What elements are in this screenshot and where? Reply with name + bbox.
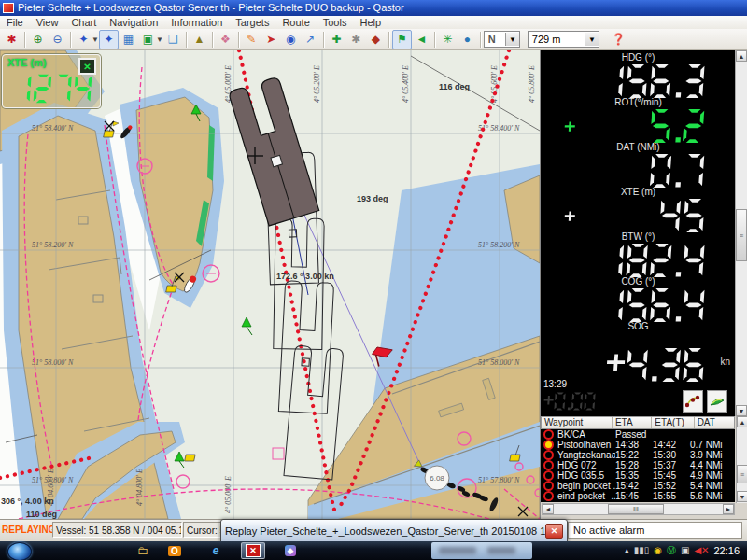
wp-col-eta[interactable]: ETA xyxy=(613,417,652,428)
radar-icon[interactable]: ✳ xyxy=(438,30,458,49)
outlook-taskbar-icon[interactable]: O xyxy=(162,542,187,559)
menu-targets[interactable]: Targets xyxy=(229,17,275,28)
menu-view[interactable]: View xyxy=(30,17,65,28)
draw-route-icon[interactable]: ✎ xyxy=(242,30,261,49)
waypoint-row[interactable]: BK/CA Passed xyxy=(541,429,735,440)
waypoint-etat: 15:30 xyxy=(653,450,690,460)
messenger-icon[interactable]: Ⓜ xyxy=(667,546,676,555)
menu-route[interactable]: Route xyxy=(275,17,316,28)
zoom-in-icon[interactable]: ⊕ xyxy=(28,30,48,49)
waypoint-dat: 5.4 NMi xyxy=(690,481,731,491)
menu-file[interactable]: File xyxy=(0,17,30,28)
wp-col-etat[interactable]: ETA(T) xyxy=(652,417,694,428)
hail-tool-icon[interactable]: ◄ xyxy=(412,30,431,49)
chart-area-icon[interactable]: ▣ xyxy=(138,30,158,49)
waypoint-row[interactable]: eind pocket -... 15:45 15:55 5.6 NMi xyxy=(541,491,735,501)
menu-help[interactable]: Help xyxy=(353,17,388,28)
volume-muted-icon[interactable]: ◀✕ xyxy=(694,546,709,555)
waypoint-row[interactable]: HDG 072 15:28 15:37 4.4 NMi xyxy=(541,460,735,470)
waypoint-hscrollbar[interactable]: ◄ ‖‖ ► xyxy=(542,503,735,515)
add-waypoint-icon[interactable]: ✚ xyxy=(327,30,346,49)
route-monitor-button[interactable] xyxy=(683,390,703,413)
waypoint-row[interactable]: begin pocket ... 15:42 15:52 5.4 NMi xyxy=(541,481,735,491)
route-compass-icon[interactable]: ✱ xyxy=(2,30,21,49)
blurred-taskbar-button[interactable] xyxy=(431,542,532,559)
wp-scroll-up-icon[interactable]: ▲ xyxy=(737,416,747,427)
qastor-application: Pieter Schelte + Loodswezen Qastor Serve… xyxy=(0,0,747,560)
scale-select[interactable]: 729 m ▼ xyxy=(528,31,599,48)
svg-text:51° 58.000' N: 51° 58.000' N xyxy=(478,358,520,367)
sog-label: SOG xyxy=(541,321,736,332)
explorer-taskbar-icon[interactable]: 🗀 xyxy=(131,542,155,559)
waypoint-eta: 15:35 xyxy=(615,470,653,481)
xte-overlay-label: XTE (m) xyxy=(7,57,47,68)
waypoint-row[interactable]: Yangtzekanaal 15:22 15:30 3.9 NMi xyxy=(541,450,735,460)
panel-scroll-down-icon[interactable]: ▼ xyxy=(736,405,747,416)
chart-canvas[interactable]: 51° 58.400' N 51° 58.200' N 51° 58.000' … xyxy=(0,50,540,519)
cog-value xyxy=(603,287,708,324)
display-icon[interactable]: ▣ xyxy=(681,546,689,555)
wp-scroll-right-icon[interactable]: ► xyxy=(723,504,734,514)
wp-hscroll-thumb[interactable]: ‖‖ xyxy=(608,504,664,514)
center-target-icon[interactable]: ◉ xyxy=(281,30,301,49)
panel-scrollbar[interactable]: ▲ ≡ ▼ xyxy=(735,50,747,416)
waypoint-bullet-icon xyxy=(543,481,554,491)
buoy-info-icon[interactable]: ▲ xyxy=(190,30,209,49)
world-chart-icon[interactable]: ● xyxy=(458,30,477,49)
wp-scroll-down-icon[interactable]: ▼ xyxy=(737,491,747,502)
waypoint-row[interactable]: Pistoolhaven 14:38 14:42 0.7 NMi xyxy=(541,440,735,450)
svg-text:6.08: 6.08 xyxy=(430,474,444,483)
network-signal-icon[interactable]: ▮▮▯ xyxy=(634,546,650,555)
route-undo-icon[interactable]: ◆ xyxy=(366,30,386,49)
show-targets-icon[interactable]: ⚑ xyxy=(392,30,412,49)
follow-ship-icon[interactable]: ✦ xyxy=(99,30,119,49)
taskbar-clock[interactable]: 22:16 xyxy=(713,545,743,556)
photo-notes-icon[interactable]: ❖ xyxy=(216,30,235,49)
zoom-out-icon[interactable]: ⊖ xyxy=(48,30,67,49)
waypoint-header-row[interactable]: Waypoint ETA ETA(T) DAT xyxy=(541,416,735,429)
xte-overlay-window[interactable]: XTE (m) ✕ xyxy=(2,54,101,108)
toolbar: ✱ ⊕ ⊖ ✦▼ ✦ ▦ ▣▼ ❑ ▲ ❖ ✎ ➤ ◉ ↗ ✚ ✱ ◆ ⚑ ◄ … xyxy=(0,29,747,50)
replay-window[interactable]: Replay Pieter_Schelte_+_Loodswezen_Qasto… xyxy=(220,519,568,542)
btw-label: BTW (°) xyxy=(541,231,736,243)
title-bar[interactable]: Pieter Schelte + Loodswezen Qastor Serve… xyxy=(0,0,747,16)
pan-mode-icon[interactable]: ✦ xyxy=(74,30,93,49)
scale-value: 729 m xyxy=(529,34,585,45)
rot-value xyxy=(651,108,708,145)
app-taskbar-icon[interactable]: ◆ xyxy=(278,542,303,559)
menu-chart[interactable]: Chart xyxy=(64,17,103,28)
wp-col-waypoint[interactable]: Waypoint xyxy=(542,417,613,428)
waypoint-panel: Waypoint ETA ETA(T) DAT BK/CA Passed Pis… xyxy=(541,416,747,519)
settings-gears-icon[interactable]: ✱ xyxy=(346,30,366,49)
qastor-taskbar-icon[interactable]: ✕ xyxy=(241,542,265,559)
chart-area-dropdown[interactable]: ▼ xyxy=(156,35,163,44)
waypoint-list: BK/CA Passed Pistoolhaven 14:38 14:42 0.… xyxy=(541,429,735,502)
panel-scroll-up-icon[interactable]: ▲ xyxy=(736,50,747,62)
orientation-select[interactable]: N ▼ xyxy=(484,31,520,48)
panel-scroll-thumb[interactable]: ≡ xyxy=(736,209,747,261)
full-extent-icon[interactable]: ▦ xyxy=(119,30,138,49)
new-window-icon[interactable]: ❑ xyxy=(163,30,183,49)
waypoint-name: eind pocket -... xyxy=(557,491,615,501)
xte-overlay-close-icon[interactable]: ✕ xyxy=(78,58,96,75)
wp-scroll-left-icon[interactable]: ◄ xyxy=(543,504,554,514)
orientation-dropdown-icon: ▼ xyxy=(505,33,519,46)
route-edit-button[interactable] xyxy=(707,390,727,413)
waypoint-row[interactable]: HDG 035.5 15:35 15:45 4.9 NMi xyxy=(541,470,735,481)
security-shield-icon[interactable]: ◉ xyxy=(654,546,662,555)
wp-vscroll-thumb[interactable]: ≡ xyxy=(737,465,747,483)
bearing-tool-icon[interactable]: ↗ xyxy=(301,30,320,49)
waypoint-vscrollbar[interactable]: ▲ ≡ ▼ xyxy=(736,416,747,503)
pan-mode-dropdown[interactable]: ▼ xyxy=(92,35,99,44)
wp-col-dat[interactable]: DAT xyxy=(695,417,734,428)
replay-window-close-icon[interactable]: ✕ xyxy=(545,524,563,539)
pin-tool-icon[interactable]: ➤ xyxy=(261,30,281,49)
start-button[interactable] xyxy=(7,542,32,560)
menu-navigation[interactable]: Navigation xyxy=(103,17,164,28)
ie-taskbar-icon[interactable]: e xyxy=(204,542,228,559)
tray-expand-icon[interactable]: ▴ xyxy=(625,546,629,555)
menu-tools[interactable]: Tools xyxy=(317,17,354,28)
help-icon[interactable]: ❓ xyxy=(609,30,628,49)
menu-information[interactable]: Information xyxy=(164,17,229,28)
waypoint-name: BK/CA xyxy=(557,429,615,440)
